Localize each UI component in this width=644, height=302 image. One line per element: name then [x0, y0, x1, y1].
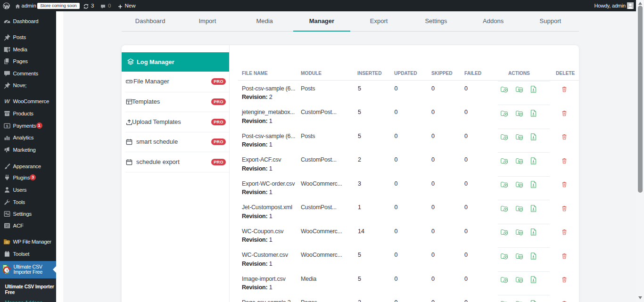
svg-text:W: W: [6, 241, 8, 244]
svg-text:$: $: [6, 123, 8, 128]
svg-text:w: w: [4, 98, 10, 105]
